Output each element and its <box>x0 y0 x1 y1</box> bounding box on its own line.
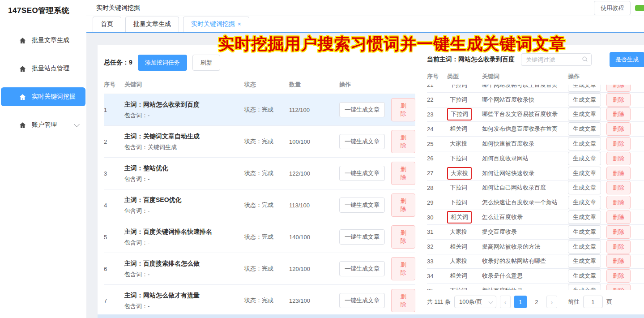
delete-button[interactable]: 删除 <box>391 257 415 280</box>
generate-article-button[interactable]: 生成文章 <box>568 152 601 165</box>
keyword-type-text: 下拉词 <box>447 85 470 90</box>
page-number-button[interactable]: 2 <box>530 296 543 308</box>
generate-article-button[interactable]: 生成文章 <box>568 85 601 92</box>
horizontal-scrollbar[interactable] <box>98 314 644 318</box>
delete-button[interactable]: 删除 <box>391 193 415 217</box>
total-count-label: 共 111 条 <box>427 298 451 306</box>
delete-button[interactable]: 删除 <box>606 225 631 239</box>
add-task-button[interactable]: 添加挖词任务 <box>138 55 187 71</box>
delete-button[interactable]: 删除 <box>606 196 631 209</box>
tutorial-button[interactable]: 使用教程 <box>594 1 631 15</box>
generate-article-button[interactable]: 一键生成文章 <box>339 102 385 117</box>
generate-article-button[interactable]: 生成文章 <box>568 93 601 107</box>
generate-article-button[interactable]: 一键生成文章 <box>339 198 385 213</box>
delete-button[interactable]: 删除 <box>606 122 631 136</box>
generate-article-button[interactable]: 一键生成文章 <box>339 229 385 245</box>
status-text: 状态：完成 <box>244 265 289 273</box>
keyword-text: 如何让自己网站收录百度 <box>482 184 568 192</box>
delete-button[interactable]: 删除 <box>606 137 631 150</box>
generate-article-button[interactable]: 生成文章 <box>568 181 601 194</box>
generate-article-button[interactable]: 一键生成文章 <box>339 261 385 276</box>
delete-button[interactable]: 删除 <box>606 167 631 180</box>
sidebar-item-account[interactable]: 账户管理 <box>1 116 85 134</box>
keyword-table-row[interactable]: 31 大家搜 提交百度收录 生成文章 删除 <box>427 225 644 240</box>
keyword-text: 哪些平台发文容易被百度收录 <box>482 110 568 118</box>
row-index: 32 <box>427 243 447 250</box>
generate-article-button[interactable]: 生成文章 <box>568 269 601 283</box>
task-table-row[interactable]: 1 主词：网站怎么收录到百度 包含词：- 状态：完成 112/100 一键生成文… <box>104 94 415 126</box>
task-table-row[interactable]: 7 主词：网站怎么做才有流量 包含词：- 状态：完成 123/100 一键生成文… <box>104 285 415 317</box>
keyword-table-row[interactable]: 33 大家搜 收录好的发帖网站有哪些 生成文章 删除 <box>427 254 644 269</box>
refresh-button[interactable]: 刷新 <box>192 55 220 71</box>
task-table-row[interactable]: 3 主词：整站优化 包含词：- 状态：完成 122/100 一键生成文章 删除 <box>104 158 415 189</box>
delete-button[interactable]: 删除 <box>391 162 415 185</box>
keyword-table-row[interactable]: 25 大家搜 如何快速被百度收录 生成文章 删除 <box>427 137 644 151</box>
generate-article-button[interactable]: 生成文章 <box>568 107 601 121</box>
delete-button[interactable]: 删除 <box>606 254 631 268</box>
generate-article-button[interactable]: 生成文章 <box>568 211 601 224</box>
sidebar-item-batch-article[interactable]: 批量文章生成 <box>1 31 85 50</box>
generate-article-button[interactable]: 生成文章 <box>568 240 601 254</box>
generate-article-button[interactable]: 生成文章 <box>568 254 601 268</box>
next-page-button[interactable]: › <box>546 296 557 308</box>
delete-button[interactable]: 删除 <box>606 181 631 194</box>
tab-home[interactable]: 首页 <box>93 17 121 32</box>
delete-button[interactable]: 删除 <box>606 211 631 224</box>
main-word-text: 主词：百度关键词排名快速排名 <box>124 227 244 236</box>
keyword-table-row[interactable]: 26 下拉词 如何百度收录网站 生成文章 删除 <box>427 151 644 166</box>
keyword-table-row[interactable]: 32 相关词 提高网站被收录的方法 生成文章 删除 <box>427 240 644 254</box>
delete-button[interactable]: 删除 <box>606 269 631 283</box>
close-icon[interactable]: × <box>238 21 241 27</box>
keyword-table-row[interactable]: 35 下拉词 新站百度秒收录 生成文章 删除 <box>427 284 644 290</box>
keyword-text: 提交百度收录 <box>482 228 568 236</box>
home-icon <box>19 121 26 129</box>
keyword-table-row[interactable]: 22 下拉词 哪个网站百度收录快 生成文章 删除 <box>427 93 644 107</box>
page-number-button[interactable]: 1 <box>514 296 527 308</box>
delete-button[interactable]: 删除 <box>606 107 631 121</box>
keyword-type-cell: 大家搜 <box>447 167 482 180</box>
task-table-row[interactable]: 6 主词：百度搜索排名怎么做 包含词：- 状态：完成 120/100 一键生成文… <box>104 253 415 285</box>
keyword-table-row[interactable]: 30 相关词 怎么让百度收录 生成文章 删除 <box>427 210 644 225</box>
keyword-table-row[interactable]: 28 下拉词 如何让自己网站收录百度 生成文章 删除 <box>427 181 644 196</box>
goto-page-input[interactable] <box>583 296 603 308</box>
delete-button[interactable]: 删除 <box>606 93 631 107</box>
task-table-row[interactable]: 4 主词：百度SEO优化 包含词：- 状态：完成 113/100 一键生成文章 … <box>104 189 415 221</box>
keyword-filter-input[interactable] <box>521 53 592 66</box>
delete-button[interactable]: 删除 <box>391 98 415 121</box>
page-size-select[interactable]: 100条/页 <box>454 296 496 308</box>
keyword-table-row[interactable]: 34 相关词 收录是什么意思 生成文章 删除 <box>427 269 644 284</box>
generate-article-button[interactable]: 生成文章 <box>568 196 601 209</box>
delete-button[interactable]: 删除 <box>391 225 415 249</box>
keyword-type-text: 下拉词 <box>447 197 470 208</box>
delete-button[interactable]: 删除 <box>606 152 631 165</box>
delete-button[interactable]: 删除 <box>606 85 631 92</box>
main-content: 实时挖掘用户搜索习惯词并一键生成关键词文章 总任务：9 添加挖词任务 刷新 序号… <box>86 33 644 318</box>
tab-realtime-keyword[interactable]: 实时关键词挖掘× <box>183 17 249 32</box>
tab-batch-article[interactable]: 批量文章生成 <box>125 17 179 32</box>
generate-article-button[interactable]: 生成文章 <box>568 122 601 136</box>
delete-button[interactable]: 删除 <box>391 289 415 312</box>
generate-article-button[interactable]: 一键生成文章 <box>339 166 385 181</box>
keyword-table-row[interactable]: 24 相关词 如何发布信息百度收录在首页 生成文章 删除 <box>427 122 644 137</box>
delete-button[interactable]: 删除 <box>606 240 631 254</box>
task-table-row[interactable]: 5 主词：百度关键词排名快速排名 包含词：- 状态：完成 140/100 一键生… <box>104 221 415 253</box>
keyword-table-row[interactable]: 27 大家搜 如何让网站快速收录 生成文章 删除 <box>427 166 644 181</box>
task-table-row[interactable]: 2 主词：关键词文章自动生成 包含词：关键词生成 状态：完成 100/100 一… <box>104 126 415 158</box>
keyword-type-text: 下拉词 <box>447 108 472 120</box>
sidebar-item-realtime-keyword[interactable]: 实时关键词挖掘 <box>1 87 85 106</box>
keyword-table-row[interactable]: 21 下拉词 哪个网站发帖可以上百度首页 生成文章 删除 <box>427 85 644 93</box>
generate-article-button[interactable]: 一键生成文章 <box>339 134 385 149</box>
sidebar-item-batch-site[interactable]: 批量站点管理 <box>1 59 85 78</box>
generate-article-button[interactable]: 生成文章 <box>568 137 601 150</box>
generate-article-button[interactable]: 生成文章 <box>568 225 601 239</box>
keyword-table-row[interactable]: 23 下拉词 哪些平台发文容易被百度收录 生成文章 删除 <box>427 107 644 122</box>
prev-page-button[interactable]: ‹ <box>500 296 511 308</box>
delete-button[interactable]: 删除 <box>606 284 631 290</box>
green-button[interactable] <box>635 5 644 11</box>
generate-article-button[interactable]: 生成文章 <box>568 167 601 180</box>
generate-article-button[interactable]: 一键生成文章 <box>339 293 385 308</box>
generate-article-button[interactable]: 生成文章 <box>568 284 601 290</box>
row-index: 34 <box>427 273 447 279</box>
delete-button[interactable]: 删除 <box>391 130 415 153</box>
keyword-table-row[interactable]: 29 下拉词 怎么快速让百度收录一个新站 生成文章 删除 <box>427 195 644 210</box>
